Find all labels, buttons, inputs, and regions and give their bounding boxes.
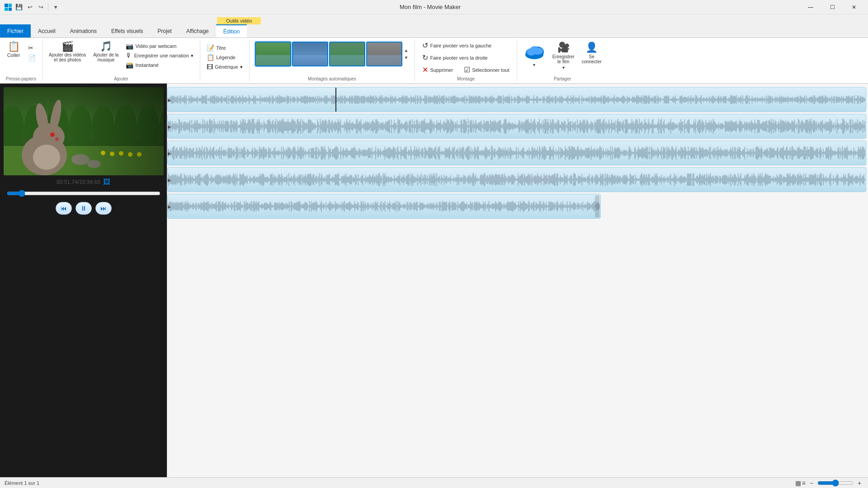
ajouter-sub-col: 📷 Vidéo par webcam 🎙 Enregistrer une nar…	[123, 40, 196, 70]
track-4[interactable]: JUSTIGEEK ▶	[167, 167, 866, 192]
tab-animations[interactable]: Animations	[63, 24, 104, 38]
partager-content: ▾ 🎥 Enregistrer le film ▾ 👤 Se connecter	[521, 40, 604, 75]
grid-view-icon[interactable]: ▦	[795, 479, 801, 487]
tab-accueil[interactable]: Accueil	[31, 24, 63, 38]
track-1[interactable]: ▶	[167, 87, 866, 112]
tab-edition[interactable]: Édition	[216, 24, 247, 38]
title-bar-left: 💾 ↩ ↪ ▾	[4, 3, 60, 12]
narration-dropdown-icon: ▾	[191, 53, 193, 59]
tab-fichier[interactable]: Fichier	[0, 24, 31, 38]
svg-rect-3	[9, 8, 12, 11]
copier-icon: 📄	[28, 54, 36, 61]
track-1-arrow: ▶	[168, 97, 171, 102]
redo-qat-icon[interactable]: ↪	[36, 3, 45, 12]
thumbnail-1[interactable]	[255, 42, 291, 66]
preview-panel: 00:51,74/10:34,63 🖼 ⏮ ⏸ ⏭	[0, 84, 167, 478]
pause-button[interactable]: ⏸	[75, 202, 92, 215]
thumbnail-4[interactable]	[366, 42, 402, 66]
generique-dropdown-icon: ▾	[240, 64, 243, 70]
track-4-arrow: ▶	[168, 177, 171, 182]
status-bar: Élément 1 sur 1 ▦ ≡ − +	[0, 477, 868, 488]
titre-button[interactable]: 📝 Titre	[204, 43, 245, 52]
timeline: ▶ ▶ ▶ JUSTIGEEK ▶ ▶	[167, 84, 868, 478]
undo-qat-icon[interactable]: ↩	[25, 3, 34, 12]
legende-button[interactable]: 📋 Légende	[204, 53, 245, 62]
playhead	[335, 88, 336, 112]
thumbnail-3[interactable]	[329, 42, 365, 66]
webcam-icon: 📷	[126, 42, 133, 50]
thumbnail-scroll-arrows: ▲ ▼	[403, 47, 410, 61]
pivoter-droite-icon: ↻	[422, 53, 428, 62]
copier-button[interactable]: 📄	[25, 53, 38, 62]
thumb-scroll-up[interactable]: ▲	[403, 47, 410, 54]
montage-row2: ✕ Supprimer ☑ Sélectionner tout	[419, 64, 513, 75]
save-qat-icon[interactable]: 💾	[14, 3, 24, 12]
minimize-button[interactable]: —	[800, 0, 821, 14]
tab-projet[interactable]: Projet	[151, 24, 179, 38]
ajouter-musique-button[interactable]: 🎵 Ajouter de la musique	[90, 40, 121, 64]
preview-scrubber[interactable]	[7, 190, 160, 197]
webcam-button[interactable]: 📷 Vidéo par webcam	[123, 42, 196, 51]
ajouter-content: 🎬 Ajouter des vidéos et des photos 🎵 Ajo…	[46, 40, 196, 75]
ajouter-videos-button[interactable]: 🎬 Ajouter des vidéos et des photos	[46, 40, 89, 64]
view-icons: ▦ ≡	[795, 479, 806, 487]
screenshot-icon[interactable]: 🖼	[103, 178, 110, 186]
track-3[interactable]: ▶	[167, 141, 866, 165]
ribbon-group-text: 📝 Titre 📋 Légende 🎞 Générique ▾	[200, 40, 249, 81]
thumb-scroll-down[interactable]: ▼	[403, 54, 410, 61]
cut-copy-col: ✂ 📄	[25, 40, 38, 62]
couper-icon: ✂	[28, 44, 33, 52]
close-button[interactable]: ✕	[844, 0, 864, 14]
tab-effets-visuels[interactable]: Effets visuels	[104, 24, 150, 38]
preview-time: 00:51,74/10:34,63 🖼	[57, 178, 110, 186]
track-5-handle[interactable]	[595, 195, 599, 217]
zoom-in-button[interactable]: +	[855, 479, 863, 487]
generique-icon: 🎞	[207, 63, 213, 70]
fast-forward-button[interactable]: ⏭	[95, 202, 112, 215]
list-view-icon[interactable]: ≡	[802, 479, 806, 487]
partager-label: Partager	[521, 75, 604, 81]
preview-timecode: 00:51,74/10:34,63	[57, 179, 100, 185]
title-bar: 💾 ↩ ↪ ▾ Mon film - Movie Maker — ☐ ✕	[0, 0, 868, 14]
tab-affichage[interactable]: Affichage	[179, 24, 216, 38]
se-connecter-button[interactable]: 👤 Se connecter	[579, 40, 604, 66]
track-5-waveform	[168, 194, 600, 218]
text-group-label	[204, 75, 245, 81]
ribbon-group-partager: ▾ 🎥 Enregistrer le film ▾ 👤 Se connecter…	[517, 40, 608, 81]
ribbon-group-montages-auto: ▲ ▼ Montages automatiques	[250, 40, 415, 81]
enregistrer-dropdown-icon: ▾	[562, 65, 565, 70]
ribbon-group-presse-papiers: 📋 Coller ✂ 📄 Presse-papiers	[0, 40, 42, 81]
qat-dropdown-icon[interactable]: ▾	[51, 3, 60, 12]
supprimer-button[interactable]: ✕ Supprimer	[419, 64, 457, 75]
selectionner-tout-button[interactable]: ☑ Sélectionner tout	[460, 64, 513, 75]
thumbnail-strip: ▲ ▼	[253, 40, 411, 68]
rewind-button[interactable]: ⏮	[56, 202, 72, 215]
element-info: Élément 1 sur 1	[5, 480, 39, 486]
title-bar-controls: — ☐ ✕	[800, 0, 864, 14]
track-2[interactable]: ▶	[167, 114, 866, 139]
couper-button[interactable]: ✂	[25, 43, 38, 52]
pivoter-gauche-button[interactable]: ↺ Faire pivoter vers la gauche	[419, 40, 495, 51]
generique-button[interactable]: 🎞 Générique ▾	[204, 62, 245, 71]
track-5[interactable]: ▶	[167, 194, 601, 219]
zoom-out-button[interactable]: −	[807, 479, 816, 487]
pivoter-gauche-icon: ↺	[422, 41, 428, 50]
zoom-slider[interactable]	[817, 479, 854, 487]
maximize-button[interactable]: ☐	[822, 0, 843, 14]
narration-icon: 🎙	[126, 52, 132, 59]
onedrive-button[interactable]	[521, 40, 548, 62]
main-area: 00:51,74/10:34,63 🖼 ⏮ ⏸ ⏭ ▶ ▶ ▶	[0, 84, 868, 478]
selectionner-tout-icon: ☑	[464, 66, 470, 74]
coller-button[interactable]: 📋 Coller	[4, 40, 24, 60]
preview-progress-bar[interactable]	[7, 190, 160, 198]
ribbon-tabs: Fichier Accueil Animations Effets visuel…	[0, 24, 868, 38]
ajouter-label: Ajouter	[46, 75, 196, 81]
ribbon-area: Outils vidéo Fichier Accueil Animations …	[0, 14, 868, 38]
presse-papiers-label: Presse-papiers	[4, 75, 38, 81]
pivoter-droite-button[interactable]: ↻ Faire pivoter vers la droite	[419, 52, 491, 63]
instantane-button[interactable]: 📸 Instantané	[123, 61, 196, 70]
thumbnail-2[interactable]	[292, 42, 328, 66]
enregistrer-film-button[interactable]: 🎥 Enregistrer le film ▾	[550, 40, 577, 72]
track-5-arrow: ▶	[168, 204, 171, 209]
narration-button[interactable]: 🎙 Enregistrer une narration ▾	[123, 51, 196, 60]
